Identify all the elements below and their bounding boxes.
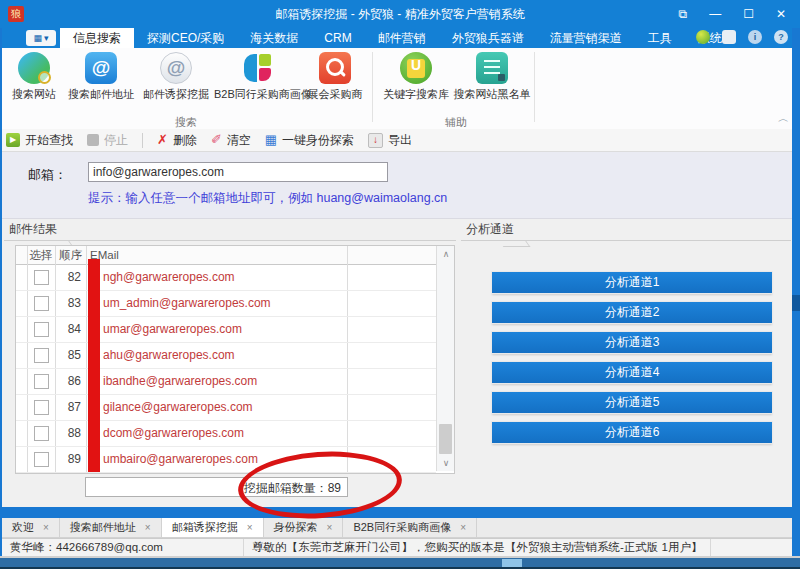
window-left-border	[0, 28, 2, 556]
email-input[interactable]	[88, 162, 388, 182]
analysis-channel-2-button[interactable]: 分析通道2	[492, 302, 772, 323]
tab-close-icon[interactable]: ×	[460, 522, 466, 533]
ribbon-button-label: B2B同行采购商画像	[214, 87, 302, 102]
start-label: 开始查找	[25, 132, 73, 149]
analysis-channel-3-button[interactable]: 分析通道3	[492, 332, 772, 353]
menu-tab-arsenal[interactable]: 外贸狼兵器谱	[439, 28, 537, 48]
table-row[interactable]: 86 ibandhe@garwareropes.com	[16, 368, 436, 395]
redaction-bar-annotation	[88, 259, 100, 472]
caret-down-icon: ▾	[44, 33, 49, 43]
table-scrollbar[interactable]: ∧ ∨	[436, 246, 454, 471]
row-email: ahu@garwareropes.com	[103, 342, 235, 368]
table-row[interactable]: 87 gilance@garwareropes.com	[16, 394, 436, 421]
doc-tab-label: 欢迎	[12, 520, 34, 535]
info-icon[interactable]: i	[748, 30, 762, 44]
ribbon-button-label: 搜索网站	[6, 87, 62, 102]
doc-tab-welcome[interactable]: 欢迎 ×	[2, 518, 60, 537]
identity-explore-button[interactable]: ▦ 一键身份探索	[265, 132, 354, 149]
play-icon: ▶	[6, 133, 20, 147]
identity-label: 一键身份探索	[282, 132, 354, 149]
menu-tab-info-search[interactable]: 信息搜索	[60, 28, 134, 48]
ribbon-collapse-icon[interactable]: ︿	[778, 111, 789, 126]
row-order: 86	[55, 368, 81, 394]
export-arrow-icon: ↓	[368, 133, 383, 148]
clear-button[interactable]: ✐ 清空	[211, 132, 251, 149]
table-row[interactable]: 83 um_admin@garwareropes.com	[16, 290, 436, 317]
analysis-channel-1-button[interactable]: 分析通道1	[492, 272, 772, 293]
feedback-chat-icon[interactable]	[722, 30, 736, 44]
tab-close-icon[interactable]: ×	[145, 522, 151, 533]
stop-button[interactable]: 停止	[87, 132, 128, 149]
identity-grid-icon: ▦	[265, 133, 277, 147]
ribbon-search-email-button[interactable]: @ 搜索邮件地址	[64, 52, 138, 102]
document-tab-bar: 欢迎 × 搜索邮件地址 × 邮箱诱探挖掘 × 身份探索 × B2B同行采购商画像…	[2, 518, 793, 538]
analysis-channel-5-button[interactable]: 分析通道5	[492, 392, 772, 413]
row-order: 83	[55, 290, 81, 316]
ribbon-button-label: 展会采购商	[304, 87, 366, 102]
minimize-icon[interactable]: —	[709, 0, 721, 28]
tab-close-icon[interactable]: ×	[43, 522, 49, 533]
row-order: 88	[55, 420, 81, 446]
analysis-channel-6-button[interactable]: 分析通道6	[492, 422, 772, 443]
scroll-up-icon[interactable]: ∧	[437, 246, 455, 262]
ribbon-blacklist-button[interactable]: 搜索网站黑名单	[452, 52, 532, 102]
delete-button[interactable]: ✗ 删除	[157, 132, 197, 149]
start-search-button[interactable]: ▶ 开始查找	[6, 132, 73, 149]
expo-search-icon	[319, 52, 351, 84]
tab-close-icon[interactable]: ×	[247, 522, 253, 533]
analysis-channel-4-button[interactable]: 分析通道4	[492, 362, 772, 383]
section-notch	[499, 240, 531, 247]
maximize-icon[interactable]: ☐	[743, 0, 754, 28]
delete-label: 删除	[173, 132, 197, 149]
tab-close-icon[interactable]: ×	[327, 522, 333, 533]
window-bottom-edge	[0, 556, 800, 569]
row-checkbox[interactable]	[34, 374, 49, 389]
ribbon-expo-buyer-button[interactable]: 展会采购商	[304, 52, 366, 102]
table-row[interactable]: 82 ngh@garwareropes.com	[16, 264, 436, 291]
app-menu-button[interactable]: ▦ ▾	[26, 30, 56, 46]
doc-tab-identity[interactable]: 身份探索 ×	[264, 518, 344, 537]
table-header-row: 选择 顺序 EMail	[16, 246, 436, 265]
menu-tab-traffic[interactable]: 流量营销渠道	[537, 28, 635, 48]
ribbon-group-search-label: 搜索	[6, 115, 366, 130]
doc-tab-label: 邮箱诱探挖掘	[172, 520, 238, 535]
row-checkbox[interactable]	[34, 426, 49, 441]
row-order: 84	[55, 316, 81, 342]
clear-pen-icon: ✐	[211, 133, 222, 147]
status-bar: 黄华峰：442666789@qq.com 尊敬的【东莞市芝麻开门公司】，您购买的…	[2, 538, 793, 556]
row-checkbox[interactable]	[34, 270, 49, 285]
menu-tab-crm[interactable]: CRM	[311, 28, 364, 48]
row-checkbox[interactable]	[34, 296, 49, 311]
menu-tab-email-marketing[interactable]: 邮件营销	[365, 28, 439, 48]
col-header-select: 选择	[27, 246, 55, 264]
skin-globe-icon[interactable]	[696, 30, 710, 44]
row-checkbox[interactable]	[34, 400, 49, 415]
pin-window-icon[interactable]: ⧉	[679, 0, 688, 28]
ribbon-button-label: 搜索邮件地址	[64, 87, 138, 102]
scrollbar-thumb[interactable]	[439, 424, 452, 454]
scroll-down-icon[interactable]: ∨	[437, 455, 455, 471]
row-checkbox[interactable]	[34, 348, 49, 363]
doc-tab-search-email[interactable]: 搜索邮件地址 ×	[60, 518, 162, 537]
ribbon-search-website-button[interactable]: 搜索网站	[6, 52, 62, 102]
table-row[interactable]: 84 umar@garwareropes.com	[16, 316, 436, 343]
help-icon[interactable]: ?	[774, 30, 788, 44]
table-row[interactable]: 88 dcom@garwareropes.com	[16, 420, 436, 447]
menu-tab-customs[interactable]: 海关数据	[237, 28, 311, 48]
section-line	[4, 240, 456, 241]
doc-tab-email-mining[interactable]: 邮箱诱探挖掘 ×	[162, 518, 264, 537]
ribbon-keyword-library-button[interactable]: 关键字搜索库	[380, 52, 452, 102]
ribbon-email-mining-button[interactable]: @ 邮件诱探挖掘	[140, 52, 212, 102]
menu-tab-tools[interactable]: 工具	[635, 28, 685, 48]
ribbon: 搜索网站 @ 搜索邮件地址 @ 邮件诱探挖掘 B2B同行采购商画像 展会采购商 …	[0, 48, 800, 130]
ribbon-group-separator	[534, 52, 535, 122]
analysis-section-label: 分析通道	[463, 221, 517, 238]
row-checkbox[interactable]	[34, 452, 49, 467]
doc-tab-b2b[interactable]: B2B同行采购商画像 ×	[343, 518, 477, 537]
row-checkbox[interactable]	[34, 322, 49, 337]
export-button[interactable]: ↓ 导出	[368, 132, 412, 149]
ribbon-b2b-portrait-button[interactable]: B2B同行采购商画像	[214, 52, 302, 102]
close-icon[interactable]: ✕	[776, 0, 786, 28]
menu-tab-ceo[interactable]: 探测CEO/采购	[134, 28, 237, 48]
table-row[interactable]: 85 ahu@garwareropes.com	[16, 342, 436, 369]
